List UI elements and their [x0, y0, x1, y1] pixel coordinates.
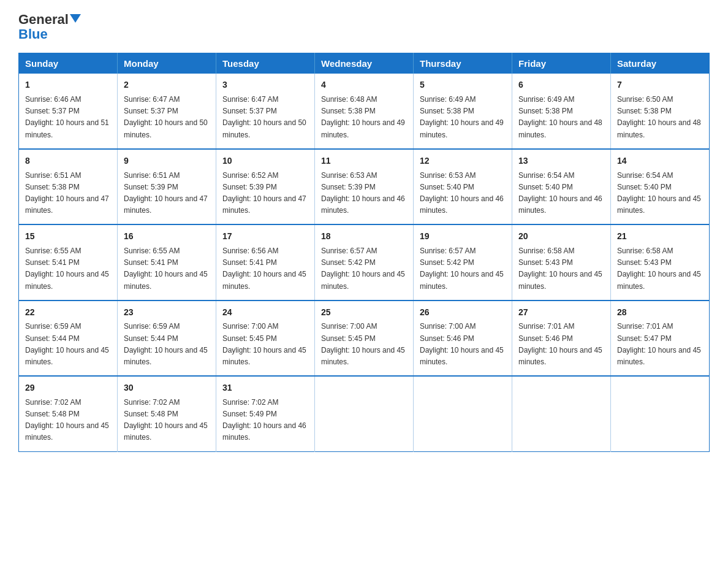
- day-number: 26: [420, 306, 506, 320]
- day-sunset: Sunset: 5:38 PM: [25, 182, 111, 193]
- day-number: 17: [222, 230, 308, 243]
- calendar-week-row: 29 Sunrise: 7:02 AM Sunset: 5:48 PM Dayl…: [19, 376, 710, 451]
- calendar-header-saturday: Saturday: [611, 53, 710, 74]
- day-number: 23: [124, 306, 210, 320]
- day-daylight: Daylight: 10 hours and 45 minutes.: [25, 345, 111, 368]
- day-sunrise: Sunrise: 7:00 AM: [321, 321, 407, 332]
- day-sunrise: Sunrise: 6:58 AM: [518, 245, 604, 257]
- day-daylight: Daylight: 10 hours and 45 minutes.: [518, 345, 604, 368]
- day-number: 24: [222, 306, 308, 320]
- day-sunrise: Sunrise: 7:01 AM: [617, 321, 703, 332]
- day-sunset: Sunset: 5:47 PM: [617, 333, 703, 345]
- day-sunset: Sunset: 5:38 PM: [617, 105, 703, 117]
- calendar-day-cell: 8 Sunrise: 6:51 AM Sunset: 5:38 PM Dayli…: [19, 149, 118, 224]
- day-sunset: Sunset: 5:40 PM: [617, 182, 703, 193]
- day-number: 29: [25, 381, 111, 395]
- calendar-day-cell: 9 Sunrise: 6:51 AM Sunset: 5:39 PM Dayli…: [118, 149, 216, 224]
- day-sunset: Sunset: 5:43 PM: [617, 257, 703, 269]
- day-daylight: Daylight: 10 hours and 45 minutes.: [617, 269, 703, 292]
- calendar-day-cell: 31 Sunrise: 7:02 AM Sunset: 5:49 PM Dayl…: [216, 376, 315, 451]
- day-number: 11: [321, 155, 407, 168]
- day-daylight: Daylight: 10 hours and 45 minutes.: [124, 345, 210, 368]
- calendar-day-cell: [414, 376, 512, 451]
- day-sunrise: Sunrise: 7:02 AM: [124, 397, 210, 408]
- day-sunrise: Sunrise: 6:50 AM: [617, 94, 703, 105]
- day-daylight: Daylight: 10 hours and 47 minutes.: [25, 193, 111, 216]
- day-sunset: Sunset: 5:48 PM: [124, 408, 210, 420]
- day-sunset: Sunset: 5:39 PM: [321, 182, 407, 193]
- day-daylight: Daylight: 10 hours and 49 minutes.: [321, 117, 407, 140]
- day-sunset: Sunset: 5:38 PM: [420, 105, 506, 117]
- day-number: 18: [321, 230, 407, 243]
- calendar-day-cell: 15 Sunrise: 6:55 AM Sunset: 5:41 PM Dayl…: [19, 224, 118, 300]
- logo-triangle-icon: [70, 14, 81, 23]
- day-number: 13: [518, 155, 604, 168]
- day-daylight: Daylight: 10 hours and 45 minutes.: [222, 345, 308, 368]
- calendar-day-cell: 20 Sunrise: 6:58 AM Sunset: 5:43 PM Dayl…: [512, 224, 611, 300]
- day-daylight: Daylight: 10 hours and 46 minutes.: [222, 420, 308, 443]
- day-sunrise: Sunrise: 6:59 AM: [124, 321, 210, 332]
- day-sunrise: Sunrise: 6:51 AM: [124, 170, 210, 182]
- day-sunrise: Sunrise: 6:47 AM: [124, 94, 210, 105]
- calendar-day-cell: 19 Sunrise: 6:57 AM Sunset: 5:42 PM Dayl…: [414, 224, 512, 300]
- calendar-day-cell: 25 Sunrise: 7:00 AM Sunset: 5:45 PM Dayl…: [315, 301, 414, 376]
- day-sunrise: Sunrise: 6:55 AM: [124, 245, 210, 257]
- day-sunrise: Sunrise: 6:56 AM: [222, 245, 308, 257]
- day-number: 10: [222, 155, 308, 168]
- day-sunrise: Sunrise: 6:59 AM: [25, 321, 111, 332]
- day-sunrise: Sunrise: 6:51 AM: [25, 170, 111, 182]
- day-number: 15: [25, 230, 111, 243]
- calendar-day-cell: 12 Sunrise: 6:53 AM Sunset: 5:40 PM Dayl…: [414, 149, 512, 224]
- day-sunrise: Sunrise: 7:02 AM: [25, 397, 111, 408]
- day-sunset: Sunset: 5:37 PM: [124, 105, 210, 117]
- calendar-day-cell: 1 Sunrise: 6:46 AM Sunset: 5:37 PM Dayli…: [19, 74, 118, 148]
- day-sunrise: Sunrise: 7:00 AM: [222, 321, 308, 332]
- day-daylight: Daylight: 10 hours and 47 minutes.: [222, 193, 308, 216]
- day-daylight: Daylight: 10 hours and 45 minutes.: [124, 420, 210, 443]
- day-sunset: Sunset: 5:45 PM: [321, 333, 407, 345]
- calendar-header-row: SundayMondayTuesdayWednesdayThursdayFrid…: [19, 53, 710, 74]
- day-sunrise: Sunrise: 6:53 AM: [420, 170, 506, 182]
- day-sunrise: Sunrise: 6:52 AM: [222, 170, 308, 182]
- day-sunset: Sunset: 5:39 PM: [124, 182, 210, 193]
- calendar-day-cell: 21 Sunrise: 6:58 AM Sunset: 5:43 PM Dayl…: [611, 224, 710, 300]
- day-number: 8: [25, 155, 111, 168]
- day-sunset: Sunset: 5:41 PM: [124, 257, 210, 269]
- day-sunset: Sunset: 5:42 PM: [321, 257, 407, 269]
- day-daylight: Daylight: 10 hours and 48 minutes.: [518, 117, 604, 140]
- calendar-day-cell: 13 Sunrise: 6:54 AM Sunset: 5:40 PM Dayl…: [512, 149, 611, 224]
- calendar-header-wednesday: Wednesday: [315, 53, 414, 74]
- day-sunset: Sunset: 5:38 PM: [518, 105, 604, 117]
- day-daylight: Daylight: 10 hours and 51 minutes.: [25, 117, 111, 140]
- day-sunset: Sunset: 5:46 PM: [518, 333, 604, 345]
- day-sunset: Sunset: 5:42 PM: [420, 257, 506, 269]
- day-sunrise: Sunrise: 6:49 AM: [420, 94, 506, 105]
- day-number: 21: [617, 230, 703, 243]
- day-daylight: Daylight: 10 hours and 45 minutes.: [222, 269, 308, 292]
- day-sunset: Sunset: 5:38 PM: [321, 105, 407, 117]
- day-number: 30: [124, 381, 210, 395]
- day-sunset: Sunset: 5:40 PM: [420, 182, 506, 193]
- calendar-day-cell: 29 Sunrise: 7:02 AM Sunset: 5:48 PM Dayl…: [19, 376, 118, 451]
- day-daylight: Daylight: 10 hours and 50 minutes.: [222, 117, 308, 140]
- day-sunrise: Sunrise: 6:58 AM: [617, 245, 703, 257]
- calendar-header-monday: Monday: [118, 53, 216, 74]
- calendar-day-cell: 27 Sunrise: 7:01 AM Sunset: 5:46 PM Dayl…: [512, 301, 611, 376]
- day-number: 9: [124, 155, 210, 168]
- calendar-day-cell: 2 Sunrise: 6:47 AM Sunset: 5:37 PM Dayli…: [118, 74, 216, 148]
- day-number: 22: [25, 306, 111, 320]
- day-sunrise: Sunrise: 6:55 AM: [25, 245, 111, 257]
- day-daylight: Daylight: 10 hours and 45 minutes.: [25, 269, 111, 292]
- calendar-header-tuesday: Tuesday: [216, 53, 315, 74]
- day-sunrise: Sunrise: 7:00 AM: [420, 321, 506, 332]
- day-number: 1: [25, 79, 111, 92]
- day-number: 5: [420, 79, 506, 92]
- calendar-day-cell: 23 Sunrise: 6:59 AM Sunset: 5:44 PM Dayl…: [118, 301, 216, 376]
- day-daylight: Daylight: 10 hours and 48 minutes.: [617, 117, 703, 140]
- day-sunrise: Sunrise: 6:48 AM: [321, 94, 407, 105]
- day-sunset: Sunset: 5:43 PM: [518, 257, 604, 269]
- day-daylight: Daylight: 10 hours and 45 minutes.: [321, 269, 407, 292]
- calendar-day-cell: 16 Sunrise: 6:55 AM Sunset: 5:41 PM Dayl…: [118, 224, 216, 300]
- day-number: 31: [222, 381, 308, 395]
- calendar-day-cell: [315, 376, 414, 451]
